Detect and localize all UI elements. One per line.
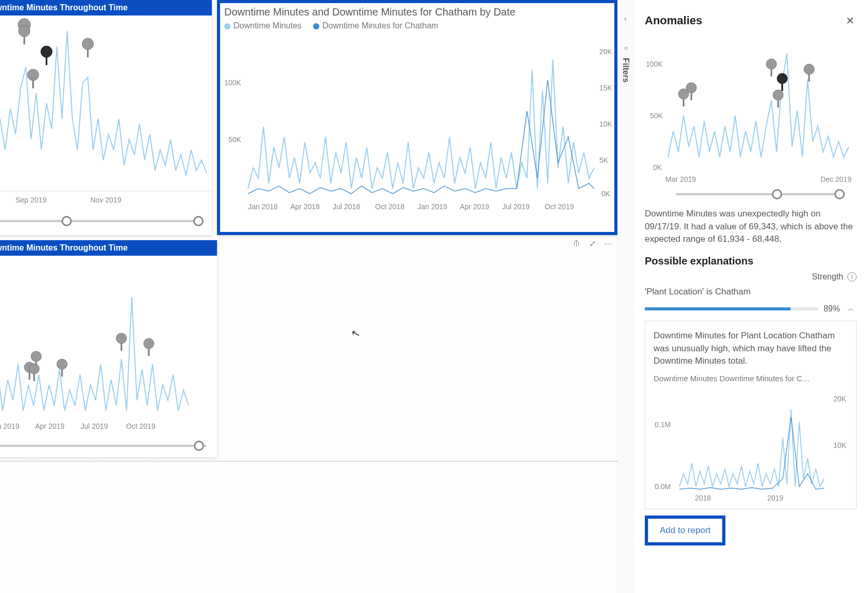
more-options-icon[interactable]: ⋯ <box>604 239 612 248</box>
slider-handle-right[interactable] <box>834 189 845 199</box>
tile-downtime-chatham[interactable]: Downtime Minutes and Downtime Minutes fo… <box>217 0 617 235</box>
svg-point-47 <box>686 83 696 93</box>
svg-text:0.0M: 0.0M <box>655 482 671 491</box>
explanations-heading: Possible explanations <box>645 255 857 267</box>
add-to-report-highlight: Add to report <box>645 516 725 545</box>
svg-point-1 <box>19 25 30 37</box>
filters-label: Filters <box>621 58 630 83</box>
tile-header: Downtime Minutes Throughout Time <box>0 240 217 256</box>
explanation-mini-chart: 0.1M 0.0M 20K 10K 2018 2019 <box>654 386 850 505</box>
chart-body: Jan 2019 Apr 2019 Jul 2019 Oct 2019 <box>0 256 217 436</box>
svg-text:Apr 2018: Apr 2018 <box>290 202 320 211</box>
filters-pane-collapsed[interactable]: ‹ ◃ Filters <box>617 0 633 593</box>
slider-handle-left[interactable] <box>61 216 72 226</box>
tile-downtime-2[interactable]: Downtime Minutes Throughout Time Jan 201… <box>0 240 217 457</box>
tile-header: Downtime Minutes Throughout Time <box>0 0 212 15</box>
svg-text:Oct 2019: Oct 2019 <box>126 422 156 430</box>
chart-legend: Downtime Minutes Downtime Minutes for Ch… <box>217 19 617 34</box>
bookmark-icon[interactable]: ◃ <box>618 43 633 52</box>
chart-body: 100K 50K 20K 15K 10K 5K 0K Jan 2018 Apr … <box>217 34 617 220</box>
strength-bar <box>645 307 818 310</box>
add-to-report-button[interactable]: Add to report <box>648 519 722 542</box>
svg-point-34 <box>116 333 127 344</box>
svg-point-36 <box>144 338 154 349</box>
svg-text:2019: 2019 <box>767 494 783 502</box>
svg-point-5 <box>41 46 52 57</box>
explanation-card: Downtime Minutes for Plant Location Chat… <box>645 321 857 509</box>
svg-text:Jul 2018: Jul 2018 <box>333 202 360 211</box>
info-icon[interactable]: i <box>847 272 857 282</box>
svg-text:Dec 2019: Dec 2019 <box>820 175 851 183</box>
svg-text:Apr 2019: Apr 2019 <box>35 422 65 430</box>
svg-point-7 <box>82 38 94 50</box>
svg-text:20K: 20K <box>833 395 847 403</box>
svg-point-51 <box>773 90 783 100</box>
svg-text:0.1M: 0.1M <box>655 420 671 429</box>
svg-text:Jan 2019: Jan 2019 <box>417 202 447 211</box>
svg-text:5K: 5K <box>599 156 609 164</box>
svg-text:0K: 0K <box>653 163 662 171</box>
svg-text:20K: 20K <box>599 48 613 56</box>
svg-text:100K: 100K <box>646 60 663 68</box>
anomaly-time-slider[interactable] <box>676 188 841 200</box>
svg-text:10K: 10K <box>833 441 847 449</box>
anomaly-markers <box>18 19 94 88</box>
explanation-item-label[interactable]: 'Plant Location' is Chatham <box>645 287 857 297</box>
svg-text:Jan 2019: Jan 2019 <box>0 422 20 430</box>
anomalies-pane: Anomalies ✕ 100K 50K 0K Mar 2019 Dec 201… <box>633 0 868 593</box>
slider-handle-right[interactable] <box>193 216 204 226</box>
anomaly-description: Downtime Minutes was unexpectedly high o… <box>645 208 857 246</box>
svg-text:Mar 2019: Mar 2019 <box>665 175 696 183</box>
svg-text:Jul 2019: Jul 2019 <box>502 202 530 211</box>
time-slider[interactable] <box>0 215 202 227</box>
slider-handle-left[interactable] <box>772 189 782 199</box>
close-icon[interactable]: ✕ <box>844 12 857 29</box>
svg-point-32 <box>57 359 67 369</box>
anomaly-overview-chart[interactable]: 100K 50K 0K Mar 2019 Dec 2019 <box>645 38 857 200</box>
anomaly-markers <box>0 333 154 381</box>
svg-text:Jan 2018: Jan 2018 <box>248 202 278 211</box>
anomalies-title: Anomalies <box>645 14 702 27</box>
svg-point-30 <box>29 364 39 374</box>
svg-text:0K: 0K <box>601 190 611 198</box>
chart-title: Downtime Minutes and Downtime Minutes fo… <box>217 0 617 19</box>
chart-body: Sep 2019 Nov 2019 <box>0 15 212 212</box>
focus-mode-icon[interactable]: ⤢ <box>589 239 596 248</box>
svg-text:Apr 2019: Apr 2019 <box>460 202 489 211</box>
svg-text:15K: 15K <box>599 84 613 92</box>
svg-text:10K: 10K <box>599 120 613 128</box>
collapse-filters-icon[interactable]: ‹ <box>618 14 633 23</box>
svg-text:2018: 2018 <box>695 494 711 502</box>
tile-downtime-1[interactable]: Downtime Minutes Throughout Time Sep 201… <box>0 0 212 235</box>
svg-text:50K: 50K <box>228 135 242 144</box>
strength-percent: 89% <box>824 304 840 314</box>
filter-icon[interactable]: ⫛ <box>572 239 581 248</box>
x-tick: Sep 2019 <box>16 196 47 204</box>
svg-point-49 <box>766 59 777 69</box>
svg-point-26 <box>31 351 41 362</box>
svg-text:Oct 2018: Oct 2018 <box>375 202 405 211</box>
explanation-text: Downtime Minutes for Plant Location Chat… <box>654 330 848 368</box>
page-divider <box>0 461 617 462</box>
strength-label: Strength <box>812 272 843 282</box>
report-canvas: Downtime Minutes Throughout Time Sep 201… <box>0 0 617 593</box>
svg-text:100K: 100K <box>224 79 241 87</box>
time-slider[interactable] <box>0 440 207 452</box>
svg-point-3 <box>27 69 39 81</box>
slider-handle-right[interactable] <box>194 441 204 451</box>
svg-point-53 <box>777 73 787 84</box>
x-tick: Nov 2019 <box>90 196 121 204</box>
mini-legend: Downtime Minutes Downtime Minutes for C… <box>654 374 848 383</box>
chevron-up-icon[interactable]: ︿ <box>845 302 857 316</box>
cursor-icon: ↖ <box>350 326 362 340</box>
svg-text:50K: 50K <box>650 112 663 120</box>
svg-text:Jul 2019: Jul 2019 <box>81 422 108 430</box>
svg-point-55 <box>804 64 814 74</box>
svg-text:Oct 2019: Oct 2019 <box>545 202 574 211</box>
